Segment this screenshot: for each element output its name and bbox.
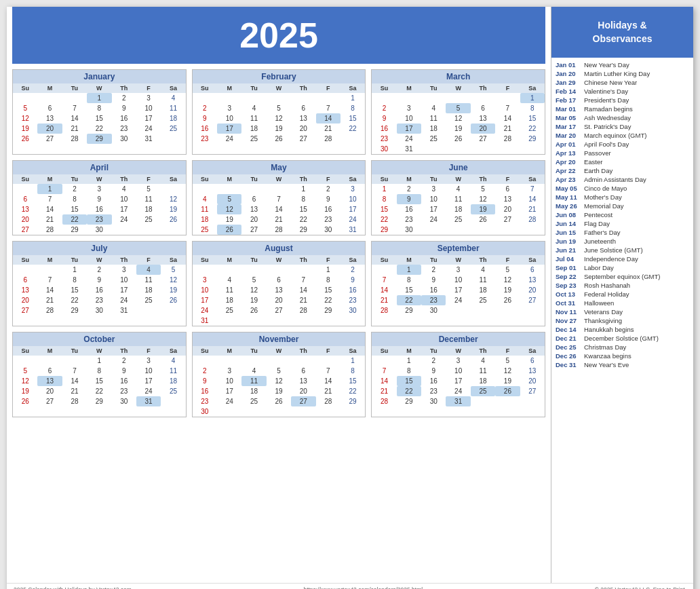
day-cell: 13 [37,376,62,386]
day-cell: 3 [112,265,136,275]
day-cell: 11 [241,113,266,124]
day-cell: 20 [520,285,545,295]
day-cell: 18 [193,214,217,225]
day-header: F [495,255,520,265]
day-cell: 9 [193,376,217,386]
day-cell: 13 [291,113,315,124]
day-cell: 2 [193,366,217,376]
day-cell: 6 [13,194,37,204]
holiday-date: Mar 05 [556,114,581,121]
day-cell: 22 [291,214,315,225]
day-cell: 23 [112,124,136,134]
day-cell: 9 [112,103,136,113]
day-cell: 28 [37,225,62,235]
day-cell [291,356,315,366]
day-cell: 22 [316,295,341,305]
day-cell: 5 [495,265,520,275]
day-cell [193,265,217,275]
day-cell: 17 [446,376,470,386]
day-cell: 25 [471,295,495,305]
holiday-name: Thanksgiving [584,317,622,324]
day-cell: 4 [446,184,470,194]
day-cell: 10 [193,285,217,295]
day-cell: 3 [217,366,241,376]
day-cell [37,265,62,275]
day-header: Th [112,83,136,93]
day-cell: 2 [421,265,446,275]
day-header: Tu [62,83,87,93]
day-header: Sa [520,174,545,184]
day-cell: 1 [37,184,62,194]
month-title: July [13,242,186,255]
month-title: February [193,70,366,83]
day-cell: 15 [316,285,341,295]
day-cell: 2 [397,184,421,194]
day-cell: 25 [241,134,266,144]
month-title: August [193,242,366,255]
day-cell: 5 [446,103,470,113]
day-cell: 14 [372,285,396,295]
day-cell [471,396,495,406]
holiday-item: Jan 01New Year's Day [556,60,689,69]
day-cell: 21 [372,386,396,396]
day-header: Su [13,255,37,265]
day-cell: 14 [267,204,291,214]
day-cell: 19 [267,124,291,134]
holiday-name: Rosh Hashanah [584,282,630,289]
holiday-name: Chinese New Year [584,79,637,86]
day-cell [471,305,495,316]
holiday-item: Apr 01April Fool's Day [556,140,689,149]
day-cell: 20 [241,214,266,225]
holiday-name: Valentine's Day [584,88,628,95]
holiday-name: Halloween [584,299,614,307]
day-header: Th [112,346,136,356]
month-block-may: MaySuMTuWThFSa12345678910111213141516171… [192,160,366,235]
holiday-name: Admin Assistants Day [584,176,646,183]
day-cell [446,225,470,235]
holiday-item: Jul 04Independence Day [556,254,689,263]
holiday-date: May 05 [556,185,581,192]
day-cell: 22 [372,214,396,225]
day-cell [193,184,217,194]
day-cell [471,144,495,154]
month-table: SuMTuWThFSa12345678910111213141516171819… [372,174,545,235]
day-cell: 20 [37,386,62,396]
day-cell: 13 [291,376,315,386]
day-header: Sa [520,346,545,356]
day-cell: 26 [446,134,470,144]
day-cell: 30 [421,396,446,406]
day-cell: 20 [13,295,37,305]
day-cell: 8 [397,275,421,285]
day-cell: 8 [62,194,87,204]
day-cell: 20 [13,214,37,225]
day-header: F [316,174,341,184]
holiday-name: Father's Day [584,229,621,236]
day-cell: 22 [397,386,421,396]
holiday-item: Apr 20Easter [556,157,689,166]
day-cell [161,184,185,194]
day-cell: 7 [267,194,291,204]
day-cell: 13 [13,285,37,295]
day-cell: 23 [112,386,136,396]
day-cell: 22 [397,295,421,305]
day-cell: 12 [446,113,470,124]
day-cell [341,316,365,326]
holiday-name: Kwanzaa begins [584,352,631,360]
holiday-item: Mar 20March equinox (GMT) [556,131,689,140]
day-cell: 29 [62,225,87,235]
day-header: Su [372,83,396,93]
holiday-name: Martin Luther King Day [584,70,650,77]
day-cell: 19 [446,124,470,134]
day-cell: 2 [372,103,396,113]
day-cell: 7 [316,103,341,113]
day-cell [112,225,136,235]
day-cell: 22 [341,124,365,134]
day-cell: 16 [421,285,446,295]
day-cell: 24 [446,295,470,305]
day-cell: 17 [217,124,241,134]
day-cell: 12 [267,113,291,124]
holiday-name: June Solstice (GMT) [584,246,643,254]
month-table: SuMTuWThFSa12345678910111213141516171819… [193,255,366,326]
day-cell: 6 [37,366,62,376]
day-header: Sa [520,83,545,93]
